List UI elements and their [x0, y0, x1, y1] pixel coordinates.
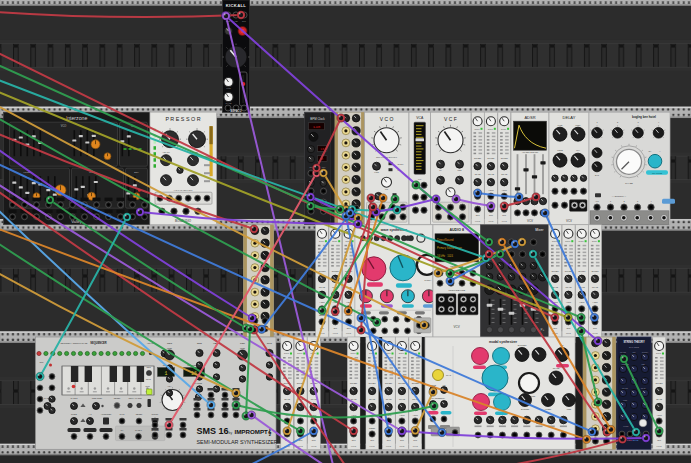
svg-text:OFFSET: OFFSET — [501, 157, 509, 159]
svg-text:GRAND: GRAND — [622, 387, 629, 389]
svg-text:RESET: RESET — [114, 397, 121, 399]
svg-text:OFFSET: OFFSET — [591, 270, 599, 272]
svg-text:SCALE: SCALE — [656, 398, 663, 400]
svg-text:TIED STEP: TIED STEP — [92, 397, 103, 399]
svg-text:VOL: VOL — [234, 20, 238, 22]
svg-text:4 IN PAIR LEFT OUT: 4 IN PAIR LEFT OUT — [174, 189, 194, 191]
svg-text:LLFO: LLFO — [475, 220, 480, 222]
svg-text:Y-OUT: Y-OUT — [311, 414, 317, 416]
svg-text:P R E S S O R: P R E S S O R — [165, 116, 200, 122]
svg-text:SCALE: SCALE — [501, 173, 508, 175]
svg-text:Y-OUT: Y-OUT — [579, 301, 585, 303]
svg-text:TIME: TIME — [558, 124, 563, 126]
svg-text:GALACTIC: GALACTIC — [629, 346, 640, 348]
svg-text:FREQ: FREQ — [167, 347, 173, 349]
svg-text:SLOW: SLOW — [592, 240, 597, 242]
svg-text:SEQUENCER: SEQUENCER — [90, 341, 107, 345]
svg-text:DELAY: DELAY — [563, 115, 576, 120]
svg-text:PITCH: PITCH — [425, 279, 432, 281]
svg-text:AUTOSTEP: AUTOSTEP — [101, 413, 112, 415]
svg-text:TONE: TONE — [557, 149, 563, 151]
svg-text:RESET: RESET — [369, 427, 376, 429]
svg-text:OFFSET: OFFSET — [369, 382, 377, 384]
svg-text:SLOW: SLOW — [475, 128, 480, 130]
svg-text:SLOW: SLOW — [488, 128, 493, 130]
svg-text:LLFO: LLFO — [386, 445, 391, 447]
svg-text:SLOW: SLOW — [656, 352, 661, 354]
svg-text:OFFSET: OFFSET — [552, 270, 560, 272]
svg-text:VCV: VCV — [454, 325, 460, 329]
svg-text:SCALE: SCALE — [284, 398, 291, 400]
svg-text:LLFO: LLFO — [657, 445, 662, 447]
svg-text:FUZZ: FUZZ — [623, 400, 627, 401]
svg-text:OFFSET: OFFSET — [385, 382, 393, 384]
svg-text:FROM DEVICE: FROM DEVICE — [448, 289, 465, 292]
svg-text:RESET: RESET — [136, 413, 143, 415]
svg-text:BPM Clock: BPM Clock — [310, 117, 325, 121]
svg-text:RUN: RUN — [146, 385, 151, 387]
svg-text:SLOW: SLOW — [552, 240, 557, 242]
svg-text:LLFO: LLFO — [351, 445, 356, 447]
svg-text:modal synthesizer: modal synthesizer — [489, 340, 518, 344]
svg-text:ADSR: ADSR — [524, 115, 535, 120]
svg-text:SCALE: SCALE — [592, 286, 599, 288]
svg-text:FINE: FINE — [374, 171, 379, 173]
svg-text:SCALE: SCALE — [319, 286, 326, 288]
svg-text:ATTACK: ATTACK — [162, 151, 170, 153]
svg-text:SLOW: SLOW — [579, 240, 584, 242]
svg-text:SCALE: SCALE — [369, 398, 376, 400]
svg-text:ENV: ENV — [134, 171, 139, 173]
svg-text:SLIDE: SLIDE — [71, 413, 77, 415]
svg-text:OFFSET: OFFSET — [656, 382, 664, 384]
svg-text:GRAND: GRAND — [620, 351, 627, 353]
svg-text:GRAB: GRAB — [641, 387, 646, 389]
svg-text:GATE 2: GATE 2 — [71, 397, 79, 399]
svg-text:OFFSET: OFFSET — [474, 157, 482, 159]
svg-text:SLOW: SLOW — [284, 352, 289, 354]
svg-text:SEQ/STEP # SONG/PHRASE: SEQ/STEP # SONG/PHRASE — [61, 342, 89, 344]
svg-text:SMS 16: SMS 16 — [197, 426, 229, 436]
svg-text:LLFO: LLFO — [502, 220, 507, 222]
svg-text:CLOCK: CLOCK — [152, 413, 160, 415]
svg-text:SLOW: SLOW — [501, 128, 506, 130]
svg-text:OFFSET: OFFSET — [332, 270, 340, 272]
svg-text:LLFO: LLFO — [566, 332, 571, 334]
svg-text:LLFO: LLFO — [399, 445, 404, 447]
svg-text:16 kHz 1024: 16 kHz 1024 — [437, 254, 454, 258]
svg-text:Y-OUT: Y-OUT — [319, 301, 325, 303]
svg-text:VCO: VCO — [167, 342, 172, 345]
svg-text:SLOW: SLOW — [565, 240, 570, 242]
svg-text:OFFSET: OFFSET — [578, 270, 586, 272]
svg-text:GATE 1: GATE 1 — [135, 429, 143, 431]
svg-text:Y-OUT: Y-OUT — [592, 301, 598, 303]
svg-text:FEE: FEE — [641, 364, 644, 365]
svg-text:VCO: VCO — [61, 124, 67, 128]
svg-text:OFFSET: OFFSET — [350, 382, 358, 384]
svg-text:OFFSET: OFFSET — [318, 270, 326, 272]
svg-text:SCALE: SCALE — [399, 398, 406, 400]
svg-text:1: 1 — [164, 371, 167, 377]
svg-text:VCV: VCV — [566, 219, 572, 223]
svg-text:SCALE: SCALE — [552, 286, 559, 288]
svg-text:Y-OUT: Y-OUT — [412, 414, 418, 416]
svg-text:SCALE: SCALE — [565, 286, 572, 288]
svg-text:SLOW: SLOW — [319, 240, 324, 242]
svg-text:GATE 1: GATE 1 — [44, 397, 52, 399]
svg-text:SLOW: SLOW — [332, 240, 337, 242]
svg-text:LLFO: LLFO — [592, 332, 597, 334]
svg-text:FDBK: FDBK — [575, 124, 581, 126]
svg-text:16: 16 — [320, 147, 324, 151]
svg-text:SPACE: SPACE — [553, 367, 560, 369]
svg-text:FREQ: FREQ — [240, 347, 246, 349]
svg-text:EXCITER: EXCITER — [518, 344, 527, 346]
svg-text:LLFO: LLFO — [333, 332, 338, 334]
svg-text:LLFO: LLFO — [346, 332, 351, 334]
svg-text:SLOW: SLOW — [297, 352, 302, 354]
svg-text:VCV: VCV — [527, 219, 533, 223]
svg-text:MOD: MOD — [567, 408, 572, 410]
svg-text:8CHG: 8CHG — [146, 378, 152, 380]
svg-text:SCALE: SCALE — [488, 173, 495, 175]
svg-text:MIX STRENGTH: MIX STRENGTH — [431, 397, 445, 399]
svg-text:VCA: VCA — [167, 385, 172, 387]
svg-text:SLOW: SLOW — [398, 163, 404, 165]
